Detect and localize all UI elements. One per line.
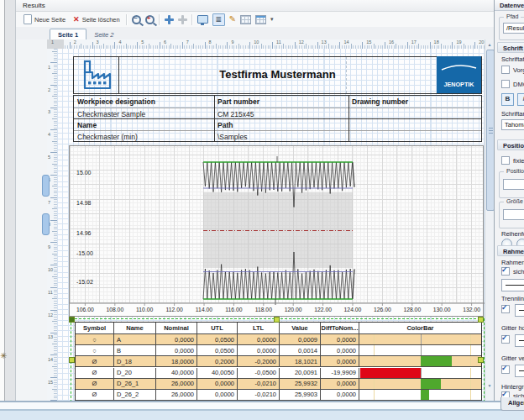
results-window: Results Neue Seite ✕ Seite löschen ≣ ✎ ▾… (15, 0, 495, 401)
selection-handle[interactable] (478, 317, 484, 323)
schriftart-label: Schriftart (501, 110, 524, 118)
checkbox-icon (501, 156, 510, 165)
selection-handle[interactable] (69, 317, 75, 323)
toolbar-separator (126, 14, 128, 25)
scroll-up-arrow[interactable]: ▲ (485, 42, 494, 47)
pfad-input[interactable]: /Result (503, 23, 524, 34)
ruler-number: 16 (389, 39, 394, 45)
x-tick-label: 110.00 (136, 307, 154, 312)
gitter-v-checkbox[interactable] (501, 365, 510, 374)
fixiert-checkbox[interactable]: fixiert (501, 156, 524, 165)
background-gear-icon: ✳ (0, 351, 7, 360)
info-table-row: NamePath (74, 118, 481, 131)
selection-handle[interactable] (274, 317, 280, 323)
new-page-icon (24, 14, 32, 24)
x-tick-label: 128.00 (403, 307, 421, 312)
tab-allgemein[interactable]: Allgemein (500, 397, 524, 411)
ruler-number: 3 (97, 39, 99, 45)
gitter-h-label: Gitter horizontal (501, 324, 524, 332)
info-column-divider (348, 96, 349, 141)
info-cell: Workpiece designation (74, 96, 214, 108)
dmc-checkbox[interactable]: DMC (501, 80, 524, 88)
tab-seite-2[interactable]: Seite 2 (86, 29, 121, 39)
style-buttons: B I U (501, 93, 524, 106)
toolbar-separator (191, 14, 193, 25)
panel-header: Datenverbindung (495, 0, 524, 11)
position-input[interactable] (503, 179, 524, 190)
selection-handle[interactable] (478, 357, 484, 363)
info-table-row: Checkmaster SampleCM 215x45 (74, 108, 481, 119)
ruler-number: 9 (48, 244, 50, 249)
ruler-number: 15 (366, 39, 371, 45)
trennlinien-checkbox[interactable] (501, 305, 510, 313)
page-header-table[interactable]: Testfirma Mustermann JENOPTIK (73, 56, 482, 94)
x-tick-label: 124.00 (344, 307, 362, 312)
scroll-down-arrow[interactable]: ▼ (485, 383, 494, 388)
gitter-v-label: Gitter vertikal (501, 354, 524, 362)
gitter-v-line-select[interactable] (515, 365, 524, 377)
workpiece-info-table[interactable]: Workpiece designationPart numberDrawing … (73, 95, 482, 142)
splitter-grip[interactable] (42, 175, 50, 197)
delete-page-button[interactable]: ✕ Seite löschen (71, 15, 122, 24)
size-input[interactable] (503, 209, 524, 220)
italic-button[interactable]: I (517, 93, 524, 106)
ruler-number: 8 (209, 39, 212, 45)
ruler-number: 11 (48, 290, 53, 295)
ruler-number: 18 (434, 39, 439, 45)
tab-seite-1[interactable]: Seite 1 (50, 29, 86, 39)
jenoptik-logo-text: JENOPTIK (444, 81, 475, 88)
ruler-number: 1 (48, 65, 50, 70)
report-page[interactable]: Testfirma Mustermann JENOPTIK Workpiece … (57, 49, 500, 401)
zoom-out-button[interactable] (132, 15, 141, 24)
window-titlebar: Results (16, 0, 495, 12)
properties-toggle-button[interactable]: ≣ (212, 13, 225, 26)
document-scrollbar[interactable]: ▲ ▼ (485, 39, 494, 401)
font-select[interactable]: Tahoma (501, 119, 524, 130)
info-table-row: Workpiece designationPart numberDrawing … (74, 96, 481, 108)
y-tick-label: -15.00 (76, 250, 93, 256)
preview-button[interactable] (197, 15, 208, 24)
fit-horizontal-button[interactable] (178, 15, 187, 24)
measurement-chart[interactable]: 15.0014.9814.96-15.00-15.02106.00108.001… (69, 145, 484, 317)
info-cell: Part number (214, 96, 348, 108)
bold-button[interactable]: B (501, 93, 514, 106)
trennlinien-line-select[interactable] (515, 304, 524, 317)
bottom-band (0, 402, 524, 409)
ruler-number: 12 (299, 39, 304, 45)
gitter-h-checkbox[interactable] (501, 335, 510, 344)
edit-pencil-button[interactable]: ✎ (229, 15, 236, 24)
frame-line-select[interactable] (501, 279, 524, 291)
ruler-number: 15 (48, 380, 53, 385)
ruler-number: 10 (48, 267, 53, 272)
section-schrift[interactable]: Schrift (497, 42, 524, 53)
table-style-button[interactable] (255, 15, 266, 24)
chart-svg: 15.0014.9814.96-15.00-15.02106.00108.001… (70, 146, 485, 318)
dropdown-caret-icon[interactable]: ▾ (270, 16, 274, 23)
gitter-h-line-select[interactable] (515, 334, 524, 347)
table-button[interactable] (240, 15, 251, 24)
section-position[interactable]: Position (497, 139, 524, 150)
ruler-number: 6 (164, 39, 166, 45)
toolbar-separator (159, 14, 160, 25)
splitter-grip[interactable] (42, 213, 50, 235)
fit-vertical-button[interactable] (165, 15, 174, 24)
rahmen-sichtbar-checkbox[interactable]: sichtbar (501, 267, 524, 276)
vorgabe-checkbox[interactable]: Vorgabe (501, 66, 524, 74)
trennlinien-label: Trennlinien (501, 295, 524, 302)
pfad-label: Pfad (504, 13, 521, 19)
checkbox-icon (501, 66, 510, 74)
y-tick-label: -15.02 (76, 279, 93, 285)
info-cell: Path (214, 119, 348, 131)
delete-page-label: Seite löschen (82, 16, 120, 24)
ruler-number: 13 (322, 39, 327, 45)
section-rahmen[interactable]: Rahmen (497, 245, 524, 256)
info-column-divider (214, 96, 215, 141)
ruler-number: 7 (48, 200, 50, 205)
new-page-button[interactable]: Neue Seite (22, 13, 67, 25)
x-tick-label: 126.00 (374, 307, 391, 312)
selection-handle[interactable] (69, 357, 75, 363)
zoom-in-button[interactable] (145, 15, 155, 24)
info-cell: Drawing number (348, 96, 483, 108)
x-tick-label: 132.00 (463, 307, 480, 312)
toolbar: Neue Seite ✕ Seite löschen ≣ ✎ ▾ (16, 12, 495, 28)
